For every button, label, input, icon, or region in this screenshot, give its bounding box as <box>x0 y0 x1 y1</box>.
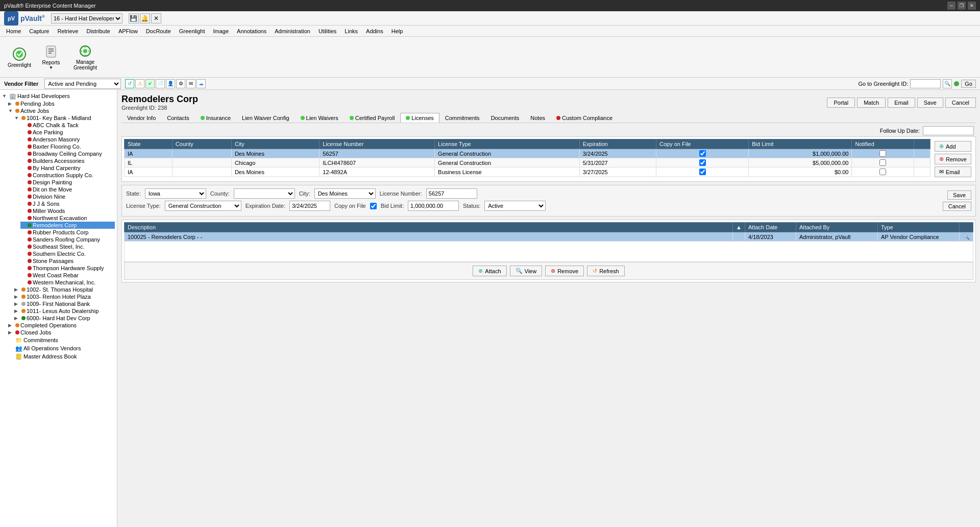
tab-notes[interactable]: Notes <box>525 113 551 123</box>
tree-vendor-item[interactable]: Miller Woods <box>20 207 115 214</box>
refresh-button[interactable]: ↺ Refresh <box>587 266 625 276</box>
tree-vendor-item[interactable]: Southern Electric Co. <box>20 250 115 257</box>
copy-on-file-checkbox-3[interactable] <box>699 169 706 175</box>
license-number-input[interactable] <box>426 188 477 199</box>
tree-master-address[interactable]: 📒 Master Address Book <box>8 352 115 361</box>
menu-links[interactable]: Links <box>340 27 362 35</box>
cancel-header-button[interactable]: Cancel <box>945 98 976 108</box>
tree-vendor-item[interactable]: Northwest Excavation <box>20 214 115 222</box>
alert-button[interactable]: 🔔 <box>140 13 150 23</box>
remove-license-button[interactable]: ⊗ Remove <box>935 154 971 164</box>
tree-job-6000[interactable]: ▶ 6000- Hard Hat Dev Corp <box>14 315 115 322</box>
menu-greenlight[interactable]: Greenlight <box>175 27 209 35</box>
tree-vendor-item[interactable]: J J & Sons <box>20 200 115 207</box>
restore-button[interactable]: ❐ <box>958 2 966 10</box>
tab-certified-payroll[interactable]: Certified Payroll <box>344 113 401 123</box>
tree-vendor-item[interactable]: Western Mechanical, Inc. <box>20 279 115 286</box>
menu-distribute[interactable]: Distribute <box>82 27 114 35</box>
greenlight-search-icon[interactable]: 🔍 <box>943 79 952 88</box>
doc-table-row[interactable]: 100025 - Remodelers Corp - - 4/18/2023 A… <box>125 232 973 242</box>
tree-vendor-item[interactable]: Broadway Ceiling Company <box>20 150 115 157</box>
city-select[interactable]: Des Moines <box>314 188 376 199</box>
followup-date-input[interactable] <box>923 126 974 135</box>
status-select[interactable]: Active Inactive Pending <box>484 201 546 211</box>
table-row[interactable]: IL Chicago ILCHI478607 General Construct… <box>125 158 930 167</box>
menu-annotations[interactable]: Annotations <box>233 27 271 35</box>
tree-commitments[interactable]: 📁 Commitments <box>8 336 115 344</box>
match-button[interactable]: Match <box>857 98 886 108</box>
tree-job-1009[interactable]: ▶ 1009- First National Bank <box>14 300 115 307</box>
menu-utilities[interactable]: Utilities <box>314 27 340 35</box>
portal-button[interactable]: Portal <box>827 98 855 108</box>
org-select[interactable]: 16 - Hard Hat Developers <box>51 13 122 23</box>
license-type-select[interactable]: General Construction <box>165 201 241 211</box>
tree-active-jobs[interactable]: ▼ Active Jobs <box>8 107 115 114</box>
tree-vendor-item[interactable]: Builders Accessories <box>20 157 115 164</box>
copy-on-file-checkbox-2[interactable] <box>699 159 706 166</box>
close-button[interactable]: ✕ <box>968 2 976 10</box>
tree-vendor-item[interactable]: Anderson Masonry <box>20 136 115 143</box>
filter-warning-icon[interactable]: ⚠ <box>135 79 144 88</box>
tree-vendor-item[interactable]: Stone Passages <box>20 257 115 265</box>
minimize-button[interactable]: ─ <box>947 2 955 10</box>
tree-vendor-item[interactable]: Sanders Roofing Company <box>20 236 115 243</box>
view-button[interactable]: 🔍 View <box>510 266 543 276</box>
form-cancel-button[interactable]: Cancel <box>943 202 971 211</box>
email-license-button[interactable]: ✉ Email <box>935 166 971 177</box>
expiration-input[interactable] <box>289 201 330 211</box>
tree-vendor-item[interactable]: Division Nine <box>20 193 115 200</box>
menu-administration[interactable]: Administration <box>271 27 314 35</box>
doc-search-icon[interactable]: 🔍 <box>960 232 973 242</box>
filter-doc-icon[interactable]: 📄 <box>156 79 165 88</box>
tree-vendor-item[interactable]: Rubber Products Corp <box>20 229 115 236</box>
filter-refresh-icon[interactable]: ↺ <box>125 79 134 88</box>
bid-limit-input[interactable] <box>408 201 459 211</box>
menu-image[interactable]: Image <box>209 27 233 35</box>
filter-green-icon[interactable]: ✔ <box>145 79 155 88</box>
menu-home[interactable]: Home <box>2 27 25 35</box>
tree-pending-jobs[interactable]: ▶ Pending Jobs <box>8 100 115 107</box>
tree-job-1011[interactable]: ▶ 1011- Lexus Auto Dealership <box>14 307 115 315</box>
tree-vendor-item[interactable]: Baxter Flooring Co. <box>20 143 115 150</box>
tree-closed[interactable]: ▶ Closed Jobs <box>8 329 115 336</box>
go-button[interactable]: Go <box>961 80 976 88</box>
tab-vendor-info[interactable]: Vendor Info <box>121 113 161 123</box>
tab-contacts[interactable]: Contacts <box>161 113 194 123</box>
attach-button[interactable]: ⊕ Attach <box>473 266 506 276</box>
notified-checkbox-2[interactable] <box>879 159 886 166</box>
tab-commitments[interactable]: Commitments <box>439 113 485 123</box>
state-select[interactable]: Iowa <box>145 188 206 199</box>
tree-vendor-item[interactable]: By Hand Carpentry <box>20 164 115 172</box>
county-select[interactable] <box>234 188 295 199</box>
copy-on-file-form-checkbox[interactable] <box>370 203 377 209</box>
remove-doc-button[interactable]: ⊗ Remove <box>545 266 584 276</box>
tree-job-1002[interactable]: ▶ 1002- St. Thomas Hospital <box>14 286 115 293</box>
filter-email-icon[interactable]: ✉ <box>186 79 195 88</box>
tree-vendor-item[interactable]: West Coast Rebar <box>20 272 115 279</box>
greenlight-id-input[interactable] <box>910 79 941 88</box>
save-quick-button[interactable]: 💾 <box>129 13 139 23</box>
tree-root[interactable]: ▼ 🏢 Hard Hat Developers <box>2 92 115 100</box>
tree-vendor-item[interactable]: Southeast Steel, Inc. <box>20 243 115 250</box>
copy-on-file-checkbox[interactable] <box>699 150 706 157</box>
add-license-button[interactable]: ⊕ Add <box>935 141 971 152</box>
table-row[interactable]: IA Des Moines 56257 General Construction… <box>125 149 930 158</box>
toolbar-greenlight-button[interactable]: Greenlight <box>4 39 35 75</box>
tab-licenses[interactable]: Licenses <box>400 113 439 123</box>
tree-vendor-item[interactable]: Construction Supply Co. <box>20 172 115 179</box>
menu-capture[interactable]: Capture <box>25 27 53 35</box>
menu-help[interactable]: Help <box>387 27 407 35</box>
menu-retrieve[interactable]: Retrieve <box>53 27 82 35</box>
tree-vendor-item[interactable]: Dit on the Move <box>20 186 115 193</box>
filter-select[interactable]: Active and Pending Active Pending All <box>44 79 121 89</box>
filter-user-icon[interactable]: 👤 <box>166 79 175 88</box>
filter-settings-icon[interactable]: ⚙ <box>176 79 185 88</box>
notified-checkbox-3[interactable] <box>879 169 886 175</box>
email-header-button[interactable]: Email <box>888 98 915 108</box>
toolbar-manage-button[interactable]: Manage Greenlight <box>67 39 103 75</box>
tree-job-1001[interactable]: ▼ 1001- Key Bank - Midland <box>14 114 115 122</box>
tree-vendor-item[interactable]: Design Painting <box>20 179 115 186</box>
notified-checkbox[interactable] <box>879 150 886 157</box>
tab-lien-waivers[interactable]: Lien Waivers <box>295 113 344 123</box>
tree-vendor-item[interactable]: Remodelers Corp <box>20 222 115 229</box>
